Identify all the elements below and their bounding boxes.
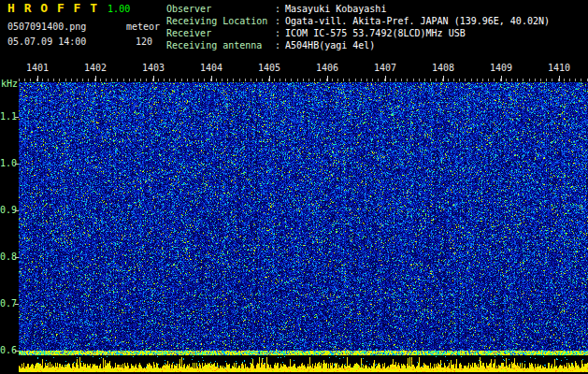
time-tick-label: 1402 (84, 63, 107, 73)
info-colon: : (275, 4, 280, 14)
mode-label: meteor (126, 22, 160, 32)
date-row: 05.07.09 14:00 120 (7, 36, 160, 47)
time-axis: 1401140214031404140514061407140814091410 (19, 63, 588, 81)
freq-tick-label: 1.1 (0, 111, 16, 122)
time-tick-label: 1406 (316, 63, 338, 73)
info-row-receiver: Receiver:ICOM IC-575 53.7492(8LCD)MHz US… (166, 27, 550, 39)
info-colon: : (275, 28, 280, 38)
spectrogram-canvas (19, 82, 588, 355)
time-tick-label: 1408 (432, 63, 454, 73)
info-label: Receiving Location (166, 15, 275, 27)
hrofft-output: H R O F F T 1.00 0507091400.png meteor 0… (0, 0, 588, 374)
output-filename: 0507091400.png (7, 22, 86, 32)
app-title: H R O F F T (7, 3, 98, 13)
info-label: Receiving antenna (166, 39, 275, 51)
freq-tick-label: 1.0 (0, 158, 16, 168)
info-colon: : (275, 16, 280, 26)
time-tick-label: 1401 (26, 63, 49, 73)
freq-tick-label: 0.7 (0, 298, 16, 309)
signal-level-strip-canvas (19, 356, 588, 372)
time-tick-label: 1405 (258, 63, 280, 73)
header-left: H R O F F T 1.00 0507091400.png meteor 0… (7, 3, 160, 47)
info-row-antenna: Receiving antenna:A504HB(yagi 4el) (166, 39, 550, 51)
info-value: Ogata-vill. Akita-Pref. JAPAN (139.96E, … (285, 16, 550, 26)
info-colon: : (275, 40, 280, 50)
freq-unit-label: kHz (1, 79, 18, 89)
info-row-observer: Observer:Masayuki Kobayashi (166, 3, 550, 15)
info-label: Observer (166, 3, 275, 15)
sample-count: 120 (136, 36, 152, 47)
record-datetime: 05.07.09 14:00 (7, 36, 86, 47)
time-tick-label: 1409 (490, 63, 512, 73)
time-tick-label: 1404 (200, 63, 222, 73)
info-row-location: Receiving Location:Ogata-vill. Akita-Pre… (166, 15, 550, 27)
time-tick-label: 1407 (374, 63, 396, 73)
info-value: Masayuki Kobayashi (285, 4, 386, 14)
info-value: A504HB(yagi 4el) (285, 40, 375, 50)
info-value: ICOM IC-575 53.7492(8LCD)MHz USB (285, 28, 466, 38)
header-info: Observer:Masayuki Kobayashi Receiving Lo… (166, 3, 550, 51)
minor-tick-ruler (19, 79, 588, 81)
time-tick-label: 1403 (142, 63, 165, 73)
title-row: H R O F F T 1.00 (7, 3, 160, 14)
freq-tick-label: 0.6 (0, 345, 16, 355)
freq-tick-label: 0.8 (0, 252, 16, 262)
freq-tick-label: 0.9 (0, 205, 16, 215)
file-row: 0507091400.png meteor (7, 22, 160, 32)
app-version: 1.00 (108, 4, 130, 14)
info-label: Receiver (166, 27, 275, 39)
time-tick-label: 1410 (548, 63, 570, 73)
